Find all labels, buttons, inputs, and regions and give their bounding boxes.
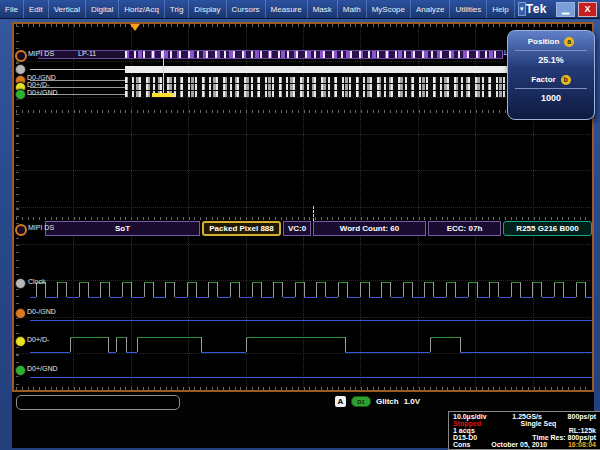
menu-item-cursors[interactable]: Cursors	[227, 0, 266, 18]
minimize-button[interactable]: ▁	[556, 2, 575, 17]
factor-value[interactable]: 1000	[508, 89, 594, 107]
tick-row-mid	[16, 110, 590, 113]
tick-row-bottom	[16, 387, 590, 390]
trigger-type: Glitch	[376, 397, 399, 406]
position-factor-panel[interactable]: Position a 25.1% Factor b 1000	[507, 30, 595, 120]
decode-bus-label[interactable]: MIPI DS	[28, 224, 54, 231]
status-cell: October 05, 2010	[491, 441, 547, 448]
status-cell: 16:08:04	[568, 441, 596, 448]
search-marker-line	[163, 50, 164, 97]
decode-segment: SoT	[45, 221, 200, 236]
close-button[interactable]: X	[578, 2, 597, 17]
position-label: Position	[528, 37, 560, 46]
status-cell: 10.0µs/div	[453, 413, 487, 420]
decode-segment: R255 G216 B000	[503, 221, 592, 236]
trigger-position-marker[interactable]	[130, 24, 140, 31]
decode-bus-badge[interactable]	[15, 224, 27, 236]
status-cell: Stopped	[453, 420, 481, 427]
menu-item-measure[interactable]: Measure	[266, 0, 308, 18]
status-cell: 1 acqs	[453, 427, 475, 434]
channel-label[interactable]: D0-/GND	[27, 74, 56, 81]
grid-line	[16, 207, 590, 208]
decode-segment: VC:0	[283, 221, 311, 236]
menu-item-myscope[interactable]: MyScope	[367, 0, 411, 18]
decode-packet-activity	[125, 51, 503, 58]
d0pdm-badge[interactable]	[15, 336, 26, 347]
d0pg-label[interactable]: D0+/GND	[27, 365, 58, 372]
decode-segment: Word Count: 60	[313, 221, 426, 236]
d0pg-badge[interactable]	[15, 365, 26, 376]
channel-badge[interactable]	[15, 89, 26, 100]
d0m-label[interactable]: D0-/GND	[27, 308, 56, 315]
trigger-source-badge: D1	[351, 396, 371, 407]
d0pdm-label[interactable]: D0+/D-	[27, 336, 49, 343]
status-rows: 10.0µs/div1.25GS/s800ps/ptStoppedSingle …	[453, 413, 596, 448]
clock-badge[interactable]	[15, 278, 26, 289]
status-cell: D15-D0	[453, 434, 477, 441]
mipi-bus-decode-bar	[38, 50, 503, 59]
tick-row-decode	[16, 217, 590, 220]
trigger-a-icon: A	[335, 396, 346, 407]
menu-bar: FileEditVerticalDigitalHoriz/AcqTrigDisp…	[0, 0, 600, 19]
bottom-readout-bar: A D1 Glitch 1.0V 10.0µs/div1.25GS/s800ps…	[12, 392, 594, 448]
menu-item-analyze[interactable]: Analyze	[411, 0, 450, 18]
bus-badge[interactable]	[15, 50, 27, 62]
menu-item-vertical[interactable]: Vertical	[49, 0, 86, 18]
menu-items: FileEditVerticalDigitalHoriz/AcqTrigDisp…	[0, 0, 515, 18]
trigger-level: 1.0V	[404, 397, 420, 406]
acquisition-status-box: 10.0µs/div1.25GS/s800ps/ptStoppedSingle …	[448, 411, 600, 450]
decode-segment: Packed Pixel 888	[202, 221, 281, 236]
trigger-readout[interactable]: A D1 Glitch 1.0V	[335, 395, 420, 408]
clock-idle-line	[30, 69, 125, 70]
status-cell: 800ps/pt	[568, 413, 596, 420]
grid-line	[16, 170, 590, 171]
clock-label[interactable]: Clock	[28, 278, 46, 285]
channel-badge[interactable]	[15, 64, 26, 75]
status-cell: Time Res: 800ps/pt	[532, 434, 596, 441]
menu-item-file[interactable]: File	[0, 0, 24, 18]
status-cell: RL:125k	[569, 427, 596, 434]
status-cell: Cons	[453, 441, 471, 448]
grid-line	[16, 353, 590, 354]
decode-segment: ECC: 07h	[428, 221, 501, 236]
status-cell: Single Seq	[521, 420, 557, 427]
grid-line	[16, 280, 590, 281]
tek-logo: Tek	[526, 2, 547, 16]
menu-item-trig[interactable]: Trig	[165, 0, 189, 18]
position-value[interactable]: 25.1%	[508, 51, 594, 69]
menu-overflow-button[interactable]: ▼	[518, 2, 526, 16]
lp-state-label: LP-11	[78, 50, 96, 57]
menu-item-digital[interactable]: Digital	[86, 0, 119, 18]
grid-line	[73, 24, 74, 388]
menu-item-math[interactable]: Math	[338, 0, 367, 18]
bus-label[interactable]: MIPI DS	[28, 50, 54, 57]
channel-label[interactable]: D0+/GND	[27, 89, 58, 96]
readout-placeholder	[16, 395, 180, 410]
channel-label[interactable]: D0+/D-	[27, 81, 49, 88]
factor-label: Factor	[531, 75, 555, 84]
menu-item-help[interactable]: Help	[487, 0, 514, 18]
grid-line	[16, 97, 590, 98]
menu-item-utilities[interactable]: Utilities	[450, 0, 487, 18]
search-marker-bar	[152, 93, 174, 97]
chevron-down-icon: ▼	[519, 6, 525, 12]
tick-row-top	[16, 24, 590, 27]
menu-item-display[interactable]: Display	[189, 0, 226, 18]
menu-item-horizacq[interactable]: Horiz/Acq	[119, 0, 165, 18]
grid-line	[16, 134, 590, 135]
d0m-badge[interactable]	[15, 308, 26, 319]
menu-item-mask[interactable]: Mask	[308, 0, 338, 18]
grid-line	[16, 317, 590, 318]
trigger-marker-dashed	[313, 206, 314, 221]
multipurpose-a-icon: a	[564, 37, 574, 47]
grid-line	[16, 244, 590, 245]
multipurpose-b-icon: b	[561, 75, 571, 85]
menu-item-edit[interactable]: Edit	[24, 0, 49, 18]
grid-line	[16, 61, 590, 62]
status-cell: 1.25GS/s	[512, 413, 542, 420]
